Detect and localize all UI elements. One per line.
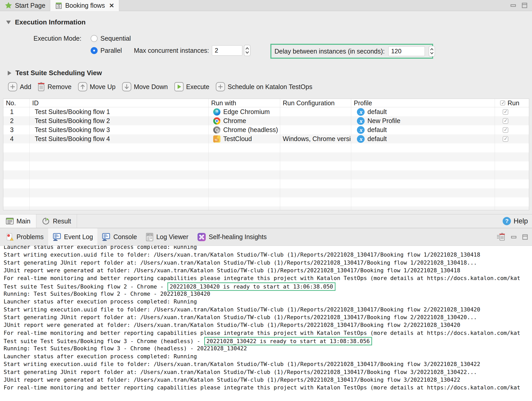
footer-tab-result[interactable]: Result (36, 214, 77, 228)
editor-tab-start-page[interactable]: Start Page (0, 0, 50, 11)
run-checkbox[interactable] (503, 109, 508, 115)
parallel-label: Parallel (100, 47, 122, 54)
empty-cell (351, 143, 495, 152)
move-up-button[interactable]: Move Up (78, 82, 116, 92)
log-highlight: 20221028_130422 is ready to start at 13:… (204, 337, 372, 345)
empty-cell (351, 179, 495, 188)
editor-tab-label: Booking flows (65, 2, 105, 9)
empty-cell (351, 170, 495, 179)
execution-information-section-header[interactable]: Execution Information (6, 18, 85, 26)
minimize-panel-icon[interactable] (510, 234, 517, 240)
footer-tab-label: Result (53, 217, 71, 225)
cell-run (495, 125, 529, 134)
schedule-on-katalon-testops-button[interactable]: Schedule on Katalon TestOps (216, 82, 312, 92)
toolbar-button-label: Add (20, 83, 31, 91)
empty-cell (280, 170, 351, 179)
schedule-icon (216, 82, 225, 92)
maximize-icon[interactable] (521, 2, 528, 9)
console-tab-label: Event Log (64, 233, 93, 241)
log-line: For real-time monitoring and better repo… (4, 384, 532, 391)
close-tab-icon[interactable]: ✕ (109, 2, 114, 9)
cell-run-configuration[interactable] (280, 116, 351, 125)
console-tab-event-log[interactable]: Event Log (48, 228, 98, 246)
column-header-label: Run Configuration (283, 99, 335, 107)
move-down-button[interactable]: Move Down (122, 82, 168, 92)
table-row[interactable]: 1Test Suites/Booking flow 1Edge Chromium… (3, 107, 529, 116)
run-checkbox[interactable] (503, 136, 508, 142)
empty-table-row (3, 152, 529, 161)
run-all-checkbox[interactable] (500, 100, 505, 106)
console-tab-console[interactable]: Console (97, 228, 141, 246)
empty-table-row (3, 206, 529, 210)
column-header-id[interactable]: ID (30, 99, 209, 107)
cell-profile[interactable]: xdefault (351, 134, 495, 143)
console-tab-log-viewer[interactable]: LOGLog Viewer (141, 228, 193, 246)
editor-tab-label: Start Page (15, 2, 45, 9)
run-checkbox[interactable] (503, 127, 508, 133)
column-header-run[interactable]: Run (495, 99, 529, 107)
run-with-label: Chrome (headless) (223, 126, 278, 134)
editor-tab-booking-flows[interactable]: Booking flows✕ (50, 0, 119, 11)
empty-cell (351, 188, 495, 197)
clear-log-icon[interactable] (496, 232, 506, 242)
delay-stepper[interactable] (428, 46, 435, 57)
cell-run-with[interactable]: Chrome (209, 116, 280, 125)
column-header-no-[interactable]: No. (3, 99, 30, 107)
section-title: Test Suite Scheduling View (15, 69, 102, 77)
cell-profile[interactable]: xdefault (351, 125, 495, 134)
toolbar-button-label: Move Down (134, 83, 168, 91)
max-concurrent-stepper[interactable] (244, 45, 251, 56)
svg-text:LOG: LOG (148, 234, 152, 236)
table-row[interactable]: 4Test Suites/Booking flow 4TestCloudWind… (3, 134, 529, 143)
cell-id: Test Suites/Booking flow 3 (30, 125, 209, 134)
empty-table-row (3, 179, 529, 188)
cell-run-with[interactable]: Chrome (headless) (209, 125, 280, 134)
console-tab-problems[interactable]: Problems (2, 228, 48, 246)
event-log-lines: Launcher status after execution process … (0, 246, 532, 392)
cell-run-configuration[interactable] (280, 107, 351, 116)
cell-profile[interactable]: xdefault (351, 107, 495, 116)
empty-cell (280, 188, 351, 197)
help-button[interactable]: ? Help (503, 214, 532, 228)
empty-cell (3, 197, 30, 206)
test-suite-table: No.IDRun withRun ConfigurationProfileRun… (3, 99, 529, 210)
toolbar-button-label: Move Up (90, 83, 116, 91)
table-row[interactable]: 3Test Suites/Booking flow 3Chrome (headl… (3, 125, 529, 134)
column-header-profile[interactable]: Profile (351, 99, 495, 107)
empty-cell (495, 197, 529, 206)
maximize-panel-icon[interactable] (522, 234, 528, 240)
log-line: Start generating JUnit report folder at:… (4, 368, 532, 376)
empty-cell (495, 143, 529, 152)
empty-cell (209, 188, 280, 197)
add-button[interactable]: Add (8, 82, 31, 92)
cell-run-configuration[interactable]: Windows, Chrome versio (280, 134, 351, 143)
log-line: Test suite Test Suites/Booking flow 2 - … (4, 282, 532, 290)
execution-mode-label: Execution Mode: (33, 35, 81, 42)
minimize-icon[interactable] (510, 2, 517, 9)
table-row[interactable]: 2Test Suites/Booking flow 2ChromexNew Pr… (3, 116, 529, 125)
remove-button[interactable]: Remove (37, 82, 71, 92)
run-checkbox[interactable] (503, 118, 508, 124)
event-log-view[interactable]: Launcher status after execution process … (0, 246, 532, 401)
column-header-run-configuration[interactable]: Run Configuration (280, 99, 351, 107)
execute-button[interactable]: Execute (174, 82, 209, 92)
footer-tab-main[interactable]: Main (0, 214, 36, 228)
execute-icon (174, 82, 184, 92)
sequential-radio[interactable] (91, 35, 98, 42)
cell-run-configuration[interactable] (280, 125, 351, 134)
scheduling-view-section-header[interactable]: Test Suite Scheduling View (8, 69, 102, 77)
cell-run-with[interactable]: Edge Chromium (209, 107, 280, 116)
column-header-run-with[interactable]: Run with (209, 99, 280, 107)
delay-between-instances-highlight: Delay between instances (in seconds): (270, 44, 433, 59)
result-icon (42, 217, 50, 225)
console-tab-self-healing-insights[interactable]: Self-healing Insights (193, 228, 271, 246)
cell-no: 3 (3, 125, 30, 134)
cell-profile[interactable]: xNew Profile (351, 116, 495, 125)
parallel-radio[interactable] (91, 47, 98, 54)
delay-input[interactable] (388, 46, 425, 56)
log-line: JUnit report were generated at folder: /… (4, 376, 532, 384)
profile-icon: x (357, 126, 365, 134)
max-concurrent-input[interactable] (212, 45, 242, 56)
add-icon (8, 82, 18, 92)
cell-run-with[interactable]: TestCloud (209, 134, 280, 143)
